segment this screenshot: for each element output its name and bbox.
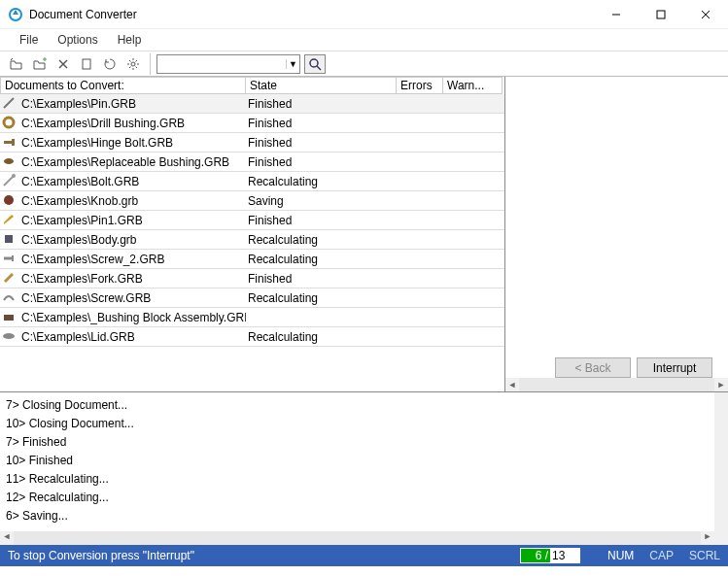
table-row[interactable]: C:\Examples\Screw.GRBRecalculating <box>0 288 504 308</box>
svg-rect-22 <box>12 139 15 146</box>
table-row[interactable]: C:\Examples\Knob.grbSaving <box>0 191 504 211</box>
col-state[interactable]: State <box>246 77 397 94</box>
progress-total: 13 <box>550 549 579 562</box>
svg-rect-31 <box>4 315 14 321</box>
file-path: C:\Examples\Lid.GRB <box>19 330 246 344</box>
scroll-right-icon: ► <box>714 380 728 390</box>
svg-line-18 <box>317 66 321 70</box>
chevron-down-icon: ▼ <box>286 59 299 69</box>
table-row[interactable]: C:\Examples\Hinge Bolt.GRBFinished <box>0 133 504 152</box>
close-button[interactable] <box>683 0 728 29</box>
svg-line-19 <box>4 98 14 108</box>
bolt2-icon <box>2 174 17 189</box>
pin1-icon <box>2 213 17 228</box>
state-cell: Finished <box>246 272 397 286</box>
menu-help[interactable]: Help <box>110 31 150 49</box>
scrolllock-indicator: SCRL <box>689 549 720 562</box>
refresh-button[interactable] <box>99 53 121 75</box>
minimize-button[interactable] <box>594 0 639 29</box>
svg-point-23 <box>4 158 14 164</box>
back-button[interactable]: < Back <box>555 357 631 378</box>
table-row[interactable]: C:\Examples\Lid.GRBRecalculating <box>0 327 504 347</box>
progress-done: 6 / <box>521 549 550 562</box>
col-warnings[interactable]: Warn... <box>443 77 503 94</box>
svg-point-8 <box>131 62 135 66</box>
body-icon <box>2 232 17 248</box>
remove-button[interactable] <box>52 53 74 75</box>
file-path: C:\Examples\_Bushing Block Assembly.GRB <box>19 311 246 324</box>
col-documents[interactable]: Documents to Convert: <box>0 77 246 94</box>
bolt-icon <box>2 135 17 151</box>
table-row[interactable]: C:\Examples\Body.grbRecalculating <box>0 230 504 250</box>
svg-point-20 <box>4 118 14 127</box>
file-path: C:\Examples\Screw.GRB <box>19 291 246 305</box>
table-row[interactable]: C:\Examples\Drill Bushing.GRBFinished <box>0 114 504 133</box>
bushing-icon <box>2 154 17 170</box>
toolbar-separator <box>150 53 151 75</box>
svg-rect-2 <box>657 11 665 18</box>
knob-icon <box>2 193 17 209</box>
log-hscrollbar[interactable]: ◄ ► <box>0 531 728 545</box>
state-cell: Finished <box>246 97 397 111</box>
scroll-left-icon: ◄ <box>0 531 14 545</box>
state-cell: Recalculating <box>246 291 397 305</box>
filter-combo[interactable]: ▼ <box>156 54 300 74</box>
file-path: C:\Examples\Screw_2.GRB <box>19 253 246 266</box>
page-button[interactable] <box>76 53 97 75</box>
svg-point-25 <box>12 174 16 178</box>
svg-line-24 <box>4 176 14 186</box>
svg-line-14 <box>136 66 138 68</box>
log-vscrollbar[interactable] <box>714 392 728 531</box>
scroll-corner <box>714 531 728 545</box>
fork-icon <box>2 271 17 287</box>
file-path: C:\Examples\Pin1.GRB <box>19 214 246 227</box>
log-line: 7> Closing Document... <box>6 396 709 415</box>
file-path: C:\Examples\Pin.GRB <box>19 97 246 111</box>
svg-point-26 <box>4 195 14 205</box>
log-line: 12> Recalculating... <box>6 489 709 507</box>
svg-point-32 <box>3 333 15 339</box>
table-row[interactable]: C:\Examples\Bolt.GRBRecalculating <box>0 172 504 191</box>
svg-marker-27 <box>4 215 14 224</box>
file-path: C:\Examples\Bolt.GRB <box>19 175 246 188</box>
log-line: 6> Saving... <box>6 507 709 525</box>
file-path: C:\Examples\Body.grb <box>19 233 246 247</box>
table-row[interactable]: C:\Examples\_Bushing Block Assembly.GRB <box>0 308 504 327</box>
table-row[interactable]: C:\Examples\Pin.GRBFinished <box>0 94 504 114</box>
state-cell: Finished <box>246 117 397 130</box>
file-path: C:\Examples\Hinge Bolt.GRB <box>19 136 246 150</box>
state-cell: Recalculating <box>246 253 397 266</box>
preview-hscrollbar[interactable]: ◄ ► <box>505 378 728 391</box>
table-row[interactable]: C:\Examples\Screw_2.GRBRecalculating <box>0 250 504 269</box>
preview-pane: < Back Interrupt ◄ ► <box>505 77 728 391</box>
app-icon <box>8 7 23 22</box>
state-cell: Finished <box>246 155 397 169</box>
open-folder-add-button[interactable] <box>29 53 51 75</box>
main-area: Documents to Convert: State Errors Warn.… <box>0 77 728 392</box>
log-line: 7> Finished <box>6 433 709 452</box>
settings-button[interactable] <box>122 53 144 75</box>
wizard-buttons: < Back Interrupt <box>555 357 712 378</box>
state-cell: Recalculating <box>246 233 397 247</box>
scroll-track <box>519 378 714 391</box>
col-errors[interactable]: Errors <box>397 77 443 94</box>
menu-options[interactable]: Options <box>50 31 105 49</box>
log-pane: 7> Closing Document...10> Closing Docume… <box>0 392 728 545</box>
scroll-right-icon: ► <box>701 531 714 545</box>
svg-line-16 <box>136 60 138 62</box>
file-path: C:\Examples\Fork.GRB <box>19 272 246 286</box>
scroll-track <box>14 531 701 545</box>
state-cell: Recalculating <box>246 330 397 344</box>
table-row[interactable]: C:\Examples\Replaceable Bushing.GRBFinis… <box>0 152 504 172</box>
maximize-button[interactable] <box>639 0 683 29</box>
table-row[interactable]: C:\Examples\Fork.GRBFinished <box>0 269 504 288</box>
screw-icon <box>2 252 17 267</box>
search-button[interactable] <box>304 54 326 74</box>
menu-file[interactable]: File <box>12 31 46 49</box>
svg-point-17 <box>310 59 318 67</box>
interrupt-button[interactable]: Interrupt <box>637 357 712 378</box>
open-folder-button[interactable] <box>6 53 27 75</box>
table-row[interactable]: C:\Examples\Pin1.GRBFinished <box>0 211 504 230</box>
ring-icon <box>2 116 17 131</box>
state-cell: Recalculating <box>246 175 397 188</box>
